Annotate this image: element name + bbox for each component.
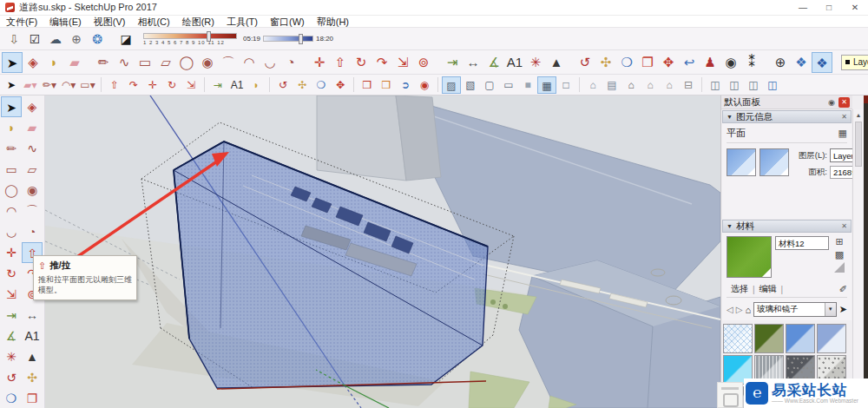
active-material-preview[interactable]: [727, 236, 772, 278]
pan-tool[interactable]: ✣: [22, 367, 43, 388]
cloud-upload-icon[interactable]: ☁: [45, 30, 66, 49]
scrollbar-thumb[interactable]: [855, 122, 862, 167]
face-front-swatch[interactable]: [727, 148, 756, 176]
materials-header[interactable]: ▼ 材料 ✕: [722, 220, 852, 233]
section-cuts-icon[interactable]: ◫: [744, 76, 763, 94]
line-tool[interactable]: ✏: [1, 138, 22, 159]
select-tool[interactable]: ➤: [2, 76, 21, 94]
face-back-swatch[interactable]: [760, 148, 789, 176]
eraser-tool[interactable]: ▰: [64, 52, 85, 73]
material-name-field[interactable]: 材料12: [775, 236, 829, 250]
component-attributes-icon[interactable]: ❒: [377, 76, 396, 94]
validate-check-icon[interactable]: ☑: [24, 30, 45, 49]
arc-tool[interactable]: ◠▾: [59, 76, 78, 94]
maximize-button[interactable]: □: [816, 0, 842, 16]
component-flag-icon[interactable]: ◉: [415, 76, 434, 94]
back-arrow-icon[interactable]: ◁: [727, 305, 733, 314]
paint-cube-icon[interactable]: ▩: [835, 249, 844, 260]
menu-item[interactable]: 相机(C): [131, 16, 175, 28]
menu-item[interactable]: 窗口(W): [264, 16, 311, 28]
orbit-tool[interactable]: ↺: [575, 52, 595, 73]
make-component-tool[interactable]: ◈: [22, 96, 43, 117]
scale-tool[interactable]: ⇲: [392, 52, 413, 73]
pan-tool[interactable]: ✣: [293, 76, 312, 94]
view-top-icon[interactable]: ▤: [602, 76, 621, 94]
two-point-arc-tool[interactable]: ⌒: [22, 201, 43, 221]
3d-text-tool[interactable]: ▲: [22, 346, 43, 367]
menu-item[interactable]: 编辑(E): [43, 16, 88, 28]
hidden-toggle-icon[interactable]: ▦: [838, 128, 847, 139]
menu-item[interactable]: 帮助(H): [311, 16, 355, 28]
three-point-arc-tool[interactable]: ◠: [239, 52, 260, 73]
menu-item[interactable]: 文件(F): [0, 16, 43, 28]
layer-combobox[interactable]: Layer0 ▴▾: [841, 55, 868, 70]
rectangle-tool[interactable]: ▭: [135, 52, 155, 73]
protractor-tool[interactable]: ∡: [483, 52, 504, 73]
style-shaded-icon[interactable]: ■: [518, 76, 537, 94]
materials-close-icon[interactable]: ✕: [841, 222, 847, 230]
text-tool[interactable]: A1: [504, 52, 525, 73]
circle-tool[interactable]: ◯: [176, 52, 197, 73]
paint-bucket-tool[interactable]: ◗: [247, 76, 266, 94]
arc-tool[interactable]: ◠: [1, 201, 22, 221]
create-material-icon[interactable]: ⊞: [835, 236, 843, 247]
zoom-window-tool[interactable]: ❐: [637, 52, 658, 73]
shadow-toggle-icon[interactable]: ◪: [115, 30, 136, 49]
forward-arrow-icon[interactable]: ▷: [736, 305, 743, 314]
pin-icon[interactable]: ◉: [826, 98, 837, 107]
model-box-icon[interactable]: ⇩: [3, 30, 24, 49]
polygon-tool[interactable]: ◉: [197, 52, 218, 73]
polygon-tool[interactable]: ◉: [22, 180, 43, 201]
view-left-icon[interactable]: ⌂: [660, 76, 679, 94]
details-arrow-icon[interactable]: ➤: [839, 304, 847, 315]
circle-tool[interactable]: ◯: [1, 180, 22, 201]
zoom-extents-tool[interactable]: ✥: [658, 52, 679, 73]
section-plane-icon[interactable]: ◫: [706, 76, 725, 94]
tab-edit[interactable]: 编辑: [755, 283, 781, 295]
protractor-tool[interactable]: ∡: [1, 326, 22, 346]
view-front-icon[interactable]: ⌂: [621, 76, 641, 94]
style-xray-icon[interactable]: ▨: [442, 76, 461, 94]
tray-title-bar[interactable]: 默认面板 ◉ ✕: [721, 95, 852, 109]
position-camera-tool[interactable]: ♟: [700, 52, 720, 73]
material-swatch-blue-glass[interactable]: [786, 324, 815, 353]
close-button[interactable]: ✕: [842, 0, 868, 16]
section-fill-icon[interactable]: ◫: [763, 76, 782, 94]
rectangle-tool[interactable]: ▭▾: [78, 76, 97, 94]
select-tool[interactable]: ➤: [2, 52, 23, 73]
warehouse-globe-icon[interactable]: ❂: [87, 30, 108, 49]
freehand-tool[interactable]: ∿: [22, 138, 43, 159]
two-point-arc-tool[interactable]: ⌒: [218, 52, 239, 73]
zoom-tool[interactable]: ❍: [616, 52, 637, 73]
select-tool[interactable]: ➤: [1, 96, 22, 117]
shadow-date-slider[interactable]: [143, 33, 237, 39]
scale-tool[interactable]: ⇲: [1, 284, 22, 305]
rotate-tool[interactable]: ↻: [1, 263, 22, 284]
material-swatch-cloudy-sky[interactable]: [817, 324, 846, 353]
rotated-rectangle-tool[interactable]: ▱: [155, 52, 176, 73]
viewport-3d-canvas[interactable]: [45, 95, 720, 408]
tape-measure-tool[interactable]: ⇥: [1, 305, 22, 326]
move-tool[interactable]: ✛: [309, 52, 330, 73]
previous-view-tool[interactable]: ↩: [679, 52, 700, 73]
orbit-model-active-icon[interactable]: ❖: [812, 52, 832, 73]
style-back-edges-icon[interactable]: ▧: [461, 76, 480, 94]
add-link-icon[interactable]: ⊕: [66, 30, 87, 49]
menu-item[interactable]: 视图(V): [88, 16, 132, 28]
axes-tool[interactable]: ✳: [1, 346, 22, 367]
arc-tool[interactable]: ◡: [260, 52, 280, 73]
zoom-tool[interactable]: ❍: [312, 76, 331, 94]
panel-scrollbar[interactable]: ▲: [852, 109, 864, 408]
eraser-tool[interactable]: ▰▾: [21, 76, 40, 94]
scroll-up-icon[interactable]: ▲: [853, 109, 864, 121]
move-tool[interactable]: ✛: [1, 242, 22, 263]
dropdown-arrow-icon[interactable]: ▼: [825, 303, 836, 316]
sample-dropper-icon[interactable]: ✐: [839, 284, 847, 295]
line-tool[interactable]: ✏▾: [40, 76, 59, 94]
camera-target-icon[interactable]: ⊕: [770, 52, 791, 73]
rotate-tool[interactable]: ↻: [162, 76, 181, 94]
dimension-tool[interactable]: ↔: [463, 52, 483, 73]
orbit-model-icon[interactable]: ❖: [791, 52, 812, 73]
menu-item[interactable]: 工具(T): [220, 16, 264, 28]
pane-toggle-triangle-icon[interactable]: [834, 262, 845, 273]
